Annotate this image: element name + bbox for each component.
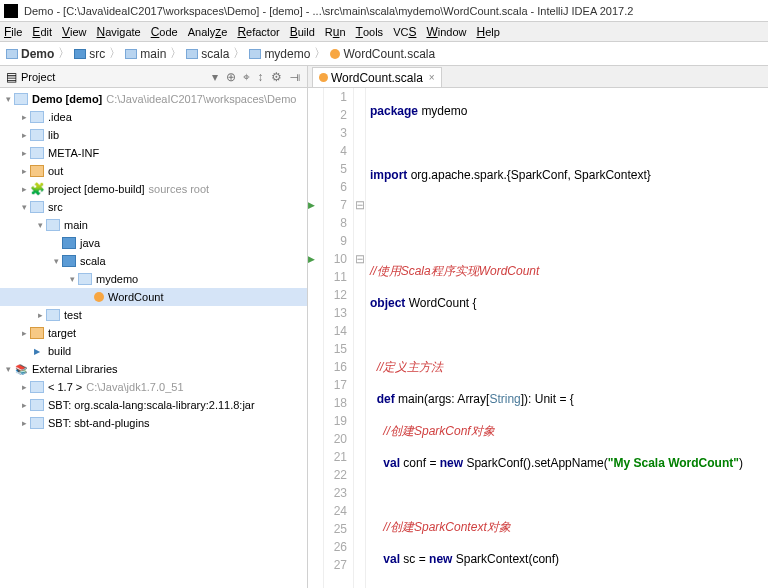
menu-view[interactable]: View (62, 25, 87, 39)
tree-main[interactable]: main (0, 216, 307, 234)
menu-edit[interactable]: Edit (32, 25, 52, 39)
expand-icon[interactable]: ↕ (257, 70, 263, 84)
breadcrumb: Demo〉 src〉 main〉 scala〉 mydemo〉 WordCoun… (0, 42, 768, 66)
library-icon (14, 363, 28, 375)
tree-jdk[interactable]: < 1.7 >C:\Java\jdk1.7.0_51 (0, 378, 307, 396)
menu-bar: File Edit View Navigate Code Analyze Ref… (0, 22, 768, 42)
code-editor[interactable]: ▶ ▶ 123456789101112131415161718192021222… (308, 88, 768, 588)
tree-meta[interactable]: META-INF (0, 144, 307, 162)
collapse-icon[interactable]: ⊕ (226, 70, 236, 84)
hide-icon[interactable]: ⫣ (289, 70, 301, 84)
tab-label: WordCount.scala (331, 71, 423, 85)
run-gutter-icon[interactable]: ▶ (308, 196, 323, 214)
tree-project[interactable]: 🧩project [demo-build]sources root (0, 180, 307, 198)
menu-build[interactable]: Build (290, 25, 315, 39)
menu-run[interactable]: Run (325, 25, 346, 39)
sbt-file-icon (30, 345, 44, 357)
tree-out[interactable]: out (0, 162, 307, 180)
tree-extlib[interactable]: External Libraries (0, 360, 307, 378)
locate-icon[interactable]: ⌖ (243, 70, 250, 84)
tree-target[interactable]: target (0, 324, 307, 342)
menu-help[interactable]: Help (477, 25, 500, 39)
editor-pane: WordCount.scala × ▶ ▶ 123456789101112131… (308, 66, 768, 588)
window-title: Demo - [C:\Java\ideaIC2017\workspaces\De… (24, 5, 633, 17)
menu-refactor[interactable]: Refactor (237, 25, 279, 39)
breadcrumb-item[interactable]: scala (186, 47, 229, 61)
tree-mydemo[interactable]: mydemo (0, 270, 307, 288)
gutter-run: ▶ ▶ (308, 88, 324, 588)
menu-analyze[interactable]: Analyze (188, 25, 228, 39)
tree-test[interactable]: test (0, 306, 307, 324)
title-bar: Demo - [C:\Java\ideaIC2017\workspaces\De… (0, 0, 768, 22)
gear-icon[interactable]: ⚙ (271, 70, 282, 84)
run-gutter-icon[interactable]: ▶ (308, 250, 323, 268)
tree-lib[interactable]: lib (0, 126, 307, 144)
gutter-line-numbers: 1234567891011121314151617181920212223242… (324, 88, 354, 588)
breadcrumb-item[interactable]: Demo (6, 47, 54, 61)
scala-object-icon (94, 292, 104, 302)
sbt-icon: 🧩 (30, 183, 44, 195)
menu-file[interactable]: File (4, 25, 22, 39)
editor-tab[interactable]: WordCount.scala × (312, 67, 442, 87)
tree-wordcount[interactable]: WordCount (0, 288, 307, 306)
scala-file-icon (319, 73, 328, 82)
close-icon[interactable]: × (429, 72, 435, 83)
breadcrumb-item[interactable]: WordCount.scala (330, 47, 435, 61)
gutter-fold: ⊟ ⊟ (354, 88, 366, 588)
breadcrumb-item[interactable]: main (125, 47, 166, 61)
project-tool-window: ▤ Project ▾ ⊕ ⌖ ↕ ⚙ ⫣ Demo [demo]C:\Java… (0, 66, 308, 588)
tree-scala[interactable]: scala (0, 252, 307, 270)
breadcrumb-item[interactable]: src (74, 47, 105, 61)
menu-tools[interactable]: Tools (356, 25, 384, 39)
tree-src[interactable]: src (0, 198, 307, 216)
chevron-down-icon[interactable]: ▾ (212, 70, 218, 84)
tree-java[interactable]: java (0, 234, 307, 252)
menu-navigate[interactable]: Navigate (97, 25, 141, 39)
breadcrumb-item[interactable]: mydemo (249, 47, 310, 61)
menu-code[interactable]: Code (151, 25, 178, 39)
tree-sbt-lib1[interactable]: SBT: org.scala-lang:scala-library:2.11.8… (0, 396, 307, 414)
project-tree[interactable]: Demo [demo]C:\Java\ideaIC2017\workspaces… (0, 88, 307, 588)
project-pane-title: Project (21, 71, 208, 83)
tree-sbt-lib2[interactable]: SBT: sbt-and-plugins (0, 414, 307, 432)
intellij-icon (4, 4, 18, 18)
code-area[interactable]: package mydemo import org.apache.spark.{… (366, 88, 768, 588)
project-pane-header: ▤ Project ▾ ⊕ ⌖ ↕ ⚙ ⫣ (0, 66, 307, 88)
tree-idea[interactable]: .idea (0, 108, 307, 126)
project-view-icon: ▤ (6, 70, 17, 84)
menu-vcs[interactable]: VCS (393, 25, 416, 39)
tree-root[interactable]: Demo [demo]C:\Java\ideaIC2017\workspaces… (0, 90, 307, 108)
menu-window[interactable]: Window (426, 25, 466, 39)
fold-icon[interactable]: ⊟ (354, 250, 365, 268)
tree-build[interactable]: build (0, 342, 307, 360)
editor-tab-bar: WordCount.scala × (308, 66, 768, 88)
fold-icon[interactable]: ⊟ (354, 196, 365, 214)
